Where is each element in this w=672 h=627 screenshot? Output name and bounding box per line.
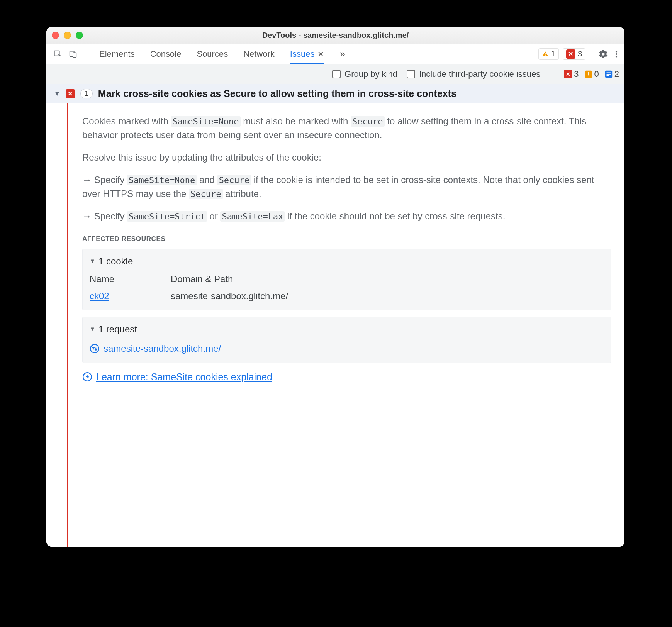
separator: [552, 68, 552, 80]
gear-icon[interactable]: [598, 49, 608, 59]
code-inline: Secure: [351, 116, 384, 127]
affected-resources-label: AFFECTED RESOURCES: [82, 234, 611, 244]
svg-point-7: [616, 56, 617, 57]
request-icon: [90, 344, 100, 354]
errors-pair[interactable]: ✕ 3: [564, 69, 579, 79]
learn-more-link[interactable]: Learn more: SameSite cookies explained: [96, 370, 272, 385]
window-title: DevTools - samesite-sandbox.glitch.me/: [46, 31, 624, 40]
svg-rect-4: [545, 55, 546, 56]
checkbox-label: Include third-party cookie issues: [419, 69, 540, 79]
maximize-icon[interactable]: [76, 32, 83, 39]
cookies-panel: ▼ 1 cookie Name Domain & Path ck02 sames…: [82, 249, 611, 310]
warnings-badge[interactable]: 1: [538, 48, 559, 60]
error-icon: ✕: [566, 49, 575, 59]
warning-count: 1: [551, 49, 555, 58]
panel-header[interactable]: ▼ 1 request: [90, 322, 604, 336]
tab-network[interactable]: Network: [243, 44, 275, 64]
error-icon: ✕: [564, 70, 572, 78]
request-url: samesite-sandbox.glitch.me/: [104, 342, 221, 356]
svg-rect-12: [606, 72, 611, 73]
tab-issues[interactable]: Issues ✕: [290, 44, 324, 64]
svg-point-5: [616, 51, 617, 52]
cookie-name-link[interactable]: ck02: [90, 289, 171, 303]
code-inline: SameSite=Strict: [127, 211, 207, 222]
tab-sources[interactable]: Sources: [197, 44, 228, 64]
device-toggle-icon[interactable]: [69, 50, 77, 58]
devtools-window: DevTools - samesite-sandbox.glitch.me/ E…: [46, 27, 624, 547]
minimize-icon[interactable]: [64, 32, 71, 39]
svg-rect-9: [588, 72, 589, 75]
issue-content: Cookies marked with SameSite=None must a…: [68, 103, 624, 547]
svg-rect-3: [545, 53, 546, 54]
chevron-down-icon: ▼: [90, 325, 95, 334]
arrow-circle-icon: [82, 372, 92, 382]
issues-filter-bar: Group by kind Include third-party cookie…: [46, 64, 624, 84]
issue-paragraph: Cookies marked with SameSite=None must a…: [82, 114, 611, 142]
error-count: 3: [578, 49, 582, 58]
svg-rect-14: [606, 75, 609, 76]
warning-square-icon: [584, 70, 593, 78]
warning-icon: [542, 51, 549, 58]
svg-point-6: [616, 53, 617, 54]
include-third-party-toggle[interactable]: Include third-party cookie issues: [407, 69, 540, 79]
col-domain: Domain & Path: [171, 272, 604, 286]
cookies-table: Name Domain & Path ck02 samesite-sandbox…: [90, 272, 604, 303]
issue-header[interactable]: ▼ ✕ 1 Mark cross-site cookies as Secure …: [46, 84, 624, 103]
count: 0: [594, 69, 599, 79]
tab-console[interactable]: Console: [150, 44, 182, 64]
kebab-menu-icon[interactable]: [612, 50, 621, 58]
code-inline: SameSite=Lax: [220, 211, 285, 222]
warnings-pair[interactable]: 0: [584, 69, 599, 79]
info-square-icon: [604, 70, 613, 78]
cookie-domain: samesite-sandbox.glitch.me/: [171, 289, 604, 303]
issue-title: Mark cross-site cookies as Secure to all…: [98, 88, 456, 99]
tab-label: Sources: [197, 49, 228, 59]
more-tabs-icon[interactable]: »: [339, 48, 345, 60]
gutter: [46, 103, 68, 547]
code-inline: Secure: [189, 189, 222, 199]
request-row[interactable]: samesite-sandbox.glitch.me/: [90, 340, 604, 356]
titlebar: DevTools - samesite-sandbox.glitch.me/: [46, 27, 624, 44]
tab-label: Elements: [99, 49, 135, 59]
issue-bullet: Specify SameSite=None and Secure if the …: [82, 173, 611, 201]
count: 3: [574, 69, 579, 79]
col-name: Name: [90, 272, 171, 286]
group-by-kind-toggle[interactable]: Group by kind: [332, 69, 397, 79]
svg-point-15: [90, 344, 99, 353]
chevron-down-icon: ▼: [90, 257, 95, 266]
errors-badge[interactable]: ✕ 3: [563, 48, 585, 60]
close-tab-icon[interactable]: ✕: [317, 49, 324, 59]
tab-label: Issues: [290, 49, 315, 59]
toolbar-right: 1 ✕ 3: [538, 44, 621, 64]
info-pair[interactable]: 2: [604, 69, 619, 79]
tab-elements[interactable]: Elements: [99, 44, 135, 64]
issue-count-pill: 1: [80, 89, 93, 98]
tab-label: Console: [150, 49, 182, 59]
checkbox-icon: [407, 70, 415, 78]
separator: [592, 48, 592, 60]
issue-counts: ✕ 3 0 2: [564, 69, 619, 79]
learn-more-row: Learn more: SameSite cookies explained: [82, 370, 611, 385]
error-icon: ✕: [66, 89, 75, 98]
checkbox-icon: [332, 70, 341, 78]
svg-rect-2: [73, 53, 76, 57]
requests-panel: ▼ 1 request samesite-sandbox.glitch.me/: [82, 317, 611, 363]
issue-paragraph: Resolve this issue by updating the attri…: [82, 151, 611, 164]
svg-rect-13: [606, 74, 611, 75]
count: 2: [614, 69, 619, 79]
close-icon[interactable]: [52, 32, 59, 39]
panel-tabs: Elements Console Sources Network Issues …: [88, 44, 345, 64]
code-inline: SameSite=None: [127, 175, 197, 185]
chevron-down-icon: ▼: [54, 90, 60, 97]
inspect-icon[interactable]: [53, 50, 62, 58]
main-toolbar: Elements Console Sources Network Issues …: [46, 44, 624, 64]
svg-rect-10: [588, 75, 589, 76]
panel-header[interactable]: ▼ 1 cookie: [90, 254, 604, 268]
code-inline: SameSite=None: [171, 116, 240, 127]
window-controls: [52, 32, 83, 39]
issue-bullet: Specify SameSite=Strict or SameSite=Lax …: [82, 209, 611, 223]
panel-title: 1 request: [98, 322, 137, 336]
code-inline: Secure: [217, 175, 251, 185]
checkbox-label: Group by kind: [344, 69, 397, 79]
panel-title: 1 cookie: [98, 254, 133, 268]
